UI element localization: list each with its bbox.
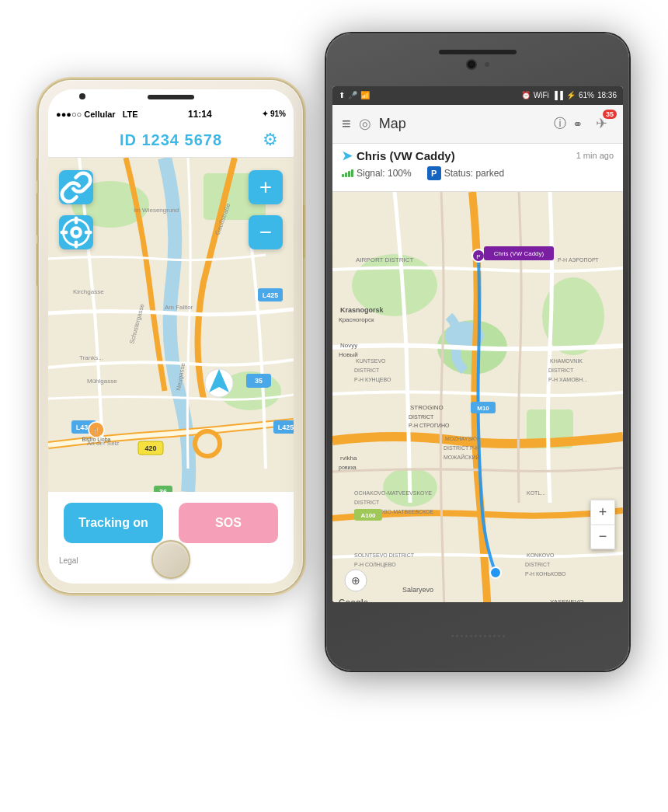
android-vehicle-label: Chris (VW Caddy) <box>357 149 455 162</box>
iphone-side-btn-vol-down <box>37 243 39 286</box>
svg-text:KONKOVO: KONKOVO <box>527 552 555 558</box>
android-status-right: ⏰ WiFi ▐▐ ⚡ 61% 18:36 <box>521 91 617 99</box>
spk-d6 <box>475 635 477 637</box>
svg-text:МОЖАЙСКИЙ: МОЖАЙСКИЙ <box>444 454 479 460</box>
android-time-ago: 1 min ago <box>576 151 614 160</box>
android-camera <box>466 59 477 70</box>
android-alarm-icon: ⏰ <box>521 91 531 99</box>
svg-point-33 <box>72 228 81 236</box>
ios-app-title: ID 1234 5678 <box>120 131 222 149</box>
signal-bars <box>342 169 353 177</box>
android-alert-badge[interactable]: ✈ 35 <box>589 111 614 136</box>
spk-d1 <box>451 635 454 637</box>
ios-zoom-out-btn[interactable]: − <box>249 215 283 249</box>
svg-text:Р-Н СОЛНЦЕВО: Р-Н СОЛНЦЕВО <box>354 562 396 568</box>
android-map[interactable]: AIRPORT DISTRICT Р-Н АЭРОПОРТ KHAMOVNIK … <box>332 192 623 602</box>
ios-app-header: ID 1234 5678 ⚙ <box>48 124 294 158</box>
ios-bluetooth-icon: ✦ <box>262 110 268 118</box>
android-signal-row: Signal: 100% P Status: parked <box>342 166 614 180</box>
svg-text:Р-Н АЭРОПОРТ: Р-Н АЭРОПОРТ <box>558 257 599 263</box>
android-link-icon[interactable]: ⚭ <box>572 117 583 131</box>
iphone-device: ●●●○○ Cellular LTE 11:14 ✦ 91% ID 1234 5… <box>39 80 303 593</box>
spk-d7 <box>479 635 482 637</box>
android-nav-icon: ➤ <box>342 148 352 163</box>
svg-text:L425: L425 <box>278 423 294 431</box>
android-signal-info: Signal: 100% <box>342 168 412 179</box>
android-compass-icon: ◎ <box>359 115 371 132</box>
android-data-icon: 📶 <box>360 91 370 99</box>
svg-text:KUNTSEVO: KUNTSEVO <box>356 358 386 364</box>
android-parking-badge: P <box>427 166 441 180</box>
svg-text:Am Falltor: Am Falltor <box>165 304 193 311</box>
ios-sos-button[interactable]: SOS <box>179 503 278 543</box>
android-battery-pct: 61% <box>579 91 594 99</box>
svg-text:DISTRICT: DISTRICT <box>409 414 434 420</box>
ios-tracking-button[interactable]: Tracking on <box>64 503 163 543</box>
android-statusbar: ⬆ 🎤 📶 ⏰ WiFi ▐▐ ⚡ 61% 18:36 <box>332 86 623 105</box>
android-device: ⬆ 🎤 📶 ⏰ WiFi ▐▐ ⚡ 61% 18:36 ≡ ◎ Map <box>326 33 629 671</box>
android-led <box>485 62 489 67</box>
svg-text:Kirchgasse: Kirchgasse <box>73 288 104 295</box>
iphone-home-button[interactable] <box>151 540 190 579</box>
svg-text:Р-Н КОНЬКОВО: Р-Н КОНЬКОВО <box>525 571 566 577</box>
ios-statusbar: ●●●○○ Cellular LTE 11:14 ✦ 91% <box>48 105 294 124</box>
iphone-side-btn-vol-up <box>37 193 39 235</box>
ios-zoom-in-btn[interactable]: + <box>249 170 283 204</box>
svg-text:KOTL...: KOTL... <box>527 490 545 496</box>
spk-d8 <box>484 635 486 637</box>
svg-text:MOZHAYSKY: MOZHAYSKY <box>445 436 479 441</box>
android-badge-count: 35 <box>603 110 617 119</box>
ios-time: 11:14 <box>188 109 212 120</box>
ios-gear-icon[interactable]: ⚙ <box>263 130 283 150</box>
svg-text:⊕: ⊕ <box>351 574 360 587</box>
android-header-icons: ⓘ ⚭ ✈ 35 <box>554 111 614 136</box>
svg-text:Mühlgasse: Mühlgasse <box>87 378 117 385</box>
android-signal-icon: ▐▐ <box>552 91 563 99</box>
ios-location-btn[interactable] <box>59 215 93 249</box>
android-info-icon[interactable]: ⓘ <box>554 116 566 132</box>
signal-bar-1 <box>342 174 344 177</box>
svg-text:DISTRICT: DISTRICT <box>354 368 380 373</box>
svg-text:L425: L425 <box>263 291 279 299</box>
iphone-side-btn-power <box>303 204 305 259</box>
svg-point-6 <box>195 431 220 456</box>
svg-text:Р-Н СТРОГИНО: Р-Н СТРОГИНО <box>409 423 450 428</box>
svg-text:Salaryevo: Salaryevo <box>402 586 433 594</box>
android-bottom <box>326 602 629 671</box>
iphone-camera <box>79 93 85 99</box>
android-menu-icon[interactable]: ≡ <box>342 115 351 133</box>
android-app-title: Map <box>379 116 546 132</box>
android-parked-status: P Status: parked <box>427 166 504 180</box>
svg-text:DISTRICT: DISTRICT <box>354 500 380 505</box>
android-screen: ⬆ 🎤 📶 ⏰ WiFi ▐▐ ⚡ 61% 18:36 ≡ ◎ Map <box>332 86 623 602</box>
svg-text:KHAMOVNIK: KHAMOVNIK <box>550 358 583 364</box>
svg-text:ровиха: ровиха <box>339 465 357 471</box>
svg-text:Новый: Новый <box>339 351 358 358</box>
android-battery-icon: ⚡ <box>566 91 576 99</box>
spk-d2 <box>456 635 458 637</box>
android-zoom-in-btn[interactable]: + <box>590 500 615 524</box>
android-zoom-out-btn[interactable]: − <box>590 524 615 549</box>
iphone-screen: ●●●○○ Cellular LTE 11:14 ✦ 91% ID 1234 5… <box>48 89 294 584</box>
spk-d12 <box>503 635 505 637</box>
android-wifi-icon: WiFi <box>534 91 549 99</box>
svg-text:Tranks...: Tranks... <box>79 354 103 361</box>
svg-text:STROGINO: STROGINO <box>410 404 444 411</box>
android-vehicle-info: ➤ Chris (VW Caddy) 1 min ago Signal: 100 <box>332 144 623 192</box>
svg-text:DISTRICT Р-Н: DISTRICT Р-Н <box>444 445 479 451</box>
android-status-label: Status: parked <box>444 168 504 179</box>
ios-map[interactable]: 35 L425 L432 L425 420 <box>48 158 294 492</box>
ios-status-left: ●●●○○ Cellular LTE <box>56 110 138 119</box>
android-usb-icon: ⬆ <box>339 91 345 99</box>
svg-text:35: 35 <box>255 377 263 385</box>
ios-battery: 91% <box>270 110 286 118</box>
ios-network: LTE <box>123 110 138 119</box>
android-top <box>326 33 629 86</box>
ios-link-btn[interactable] <box>59 170 93 204</box>
svg-text:M10: M10 <box>477 405 489 412</box>
svg-text:A100: A100 <box>360 512 376 519</box>
spk-d10 <box>493 635 496 637</box>
android-camera-row <box>466 59 489 70</box>
android-app-header: ≡ ◎ Map ⓘ ⚭ ✈ 35 <box>332 105 623 144</box>
svg-text:DISTRICT: DISTRICT <box>525 562 551 567</box>
